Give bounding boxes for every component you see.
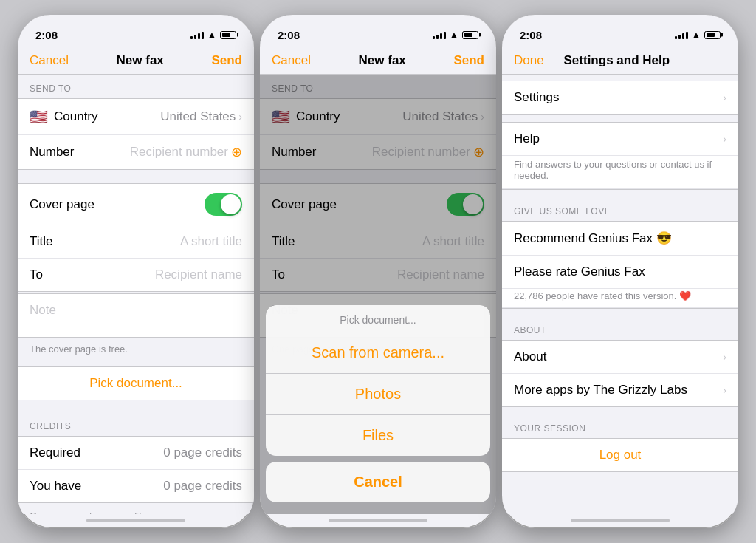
- cancel-button-1[interactable]: Cancel: [30, 53, 69, 68]
- note-area-1[interactable]: Note: [18, 293, 254, 338]
- pick-document-btn-1[interactable]: Pick document...: [18, 366, 254, 400]
- status-time-2: 2:08: [278, 29, 300, 41]
- help-item[interactable]: Help ›: [502, 123, 738, 156]
- help-group: Help › Find answers to your questions or…: [502, 122, 738, 190]
- cover-page-toggle-1[interactable]: [205, 193, 242, 216]
- help-sub: Find answers to your questions or contac…: [502, 156, 738, 189]
- log-out-btn[interactable]: Log out: [502, 438, 738, 472]
- cover-page-label-1: Cover page: [30, 197, 205, 212]
- title-row-1[interactable]: Title A short title: [18, 225, 254, 259]
- to-label-1: To: [30, 267, 155, 282]
- battery-1: [220, 31, 236, 39]
- spacer-1: [18, 171, 254, 183]
- action-sheet-title: Pick document...: [266, 305, 490, 332]
- nav-bar-2: Cancel New fax Send: [260, 47, 496, 75]
- screen-content-1: SEND TO 🇺🇸 Country United States › Numbe…: [18, 75, 254, 514]
- action-sheet-overlay: Pick document... Scan from camera... Pho…: [260, 75, 496, 514]
- country-row-1[interactable]: 🇺🇸 Country United States ›: [18, 99, 254, 135]
- chevron-about: ›: [723, 351, 726, 363]
- action-sheet-cancel-group: Cancel: [266, 462, 490, 502]
- nav-title-1: New fax: [117, 53, 164, 68]
- love-group: Recommend Genius Fax 😎 Please rate Geniu…: [502, 221, 738, 309]
- cover-page-group-1: Cover page Title A short title To Recipi…: [18, 183, 254, 292]
- phone-1: 2:08 ▲ Cancel New fax Send SEND TO 🇺: [18, 15, 254, 528]
- pick-document-text-1: Pick document...: [89, 376, 182, 391]
- phone-3: 2:08 ▲ Done Settings and Help Setti: [502, 15, 738, 528]
- send-to-group-1: 🇺🇸 Country United States › Number Recipi…: [18, 98, 254, 170]
- required-value-1: 0 page credits: [163, 445, 242, 460]
- to-placeholder-1: Recipient name: [155, 267, 242, 282]
- cancel-button-2[interactable]: Cancel: [272, 53, 311, 68]
- credits-group-1: Required 0 page credits You have 0 page …: [18, 436, 254, 503]
- battery-2: [462, 31, 478, 39]
- title-placeholder-1: A short title: [180, 234, 242, 249]
- status-time-1: 2:08: [35, 29, 58, 41]
- required-label-1: Required: [30, 445, 163, 460]
- chevron-settings: ›: [723, 92, 726, 103]
- rate-sub: 22,786 people have rated this version. ❤…: [502, 289, 738, 308]
- country-label-1: Country: [54, 109, 160, 124]
- required-row-1: Required 0 page credits: [18, 437, 254, 470]
- nav-bar-3: Done Settings and Help: [502, 47, 738, 75]
- action-sheet-scan[interactable]: Scan from camera...: [266, 332, 490, 374]
- about-label: About: [514, 349, 546, 364]
- screen-content-3: Settings › Help › Find answers to your q…: [502, 75, 738, 514]
- your-session-label: YOUR SESSION: [502, 409, 738, 438]
- nav-title-3: Settings and Help: [564, 53, 670, 68]
- credits-note-1: One page costs one credit.: [18, 505, 254, 514]
- more-apps-item[interactable]: More apps by The Grizzly Labs ›: [502, 374, 738, 406]
- help-label: Help: [514, 132, 540, 146]
- more-apps-label: More apps by The Grizzly Labs: [514, 383, 687, 397]
- recommend-item[interactable]: Recommend Genius Fax 😎: [502, 222, 738, 256]
- nav-bar-1: Cancel New fax Send: [18, 47, 254, 75]
- to-row-1[interactable]: To Recipient name: [18, 259, 254, 291]
- rate-label: Please rate Genius Fax: [514, 264, 645, 279]
- country-value-1: United States ›: [160, 109, 242, 124]
- home-indicator-2: [329, 519, 427, 522]
- cover-page-row-1[interactable]: Cover page: [18, 184, 254, 225]
- chevron-more-apps: ›: [723, 384, 726, 396]
- send-button-2[interactable]: Send: [453, 53, 484, 68]
- title-label-1: Title: [30, 234, 180, 249]
- home-indicator-3: [571, 519, 670, 522]
- status-bar-1: 2:08 ▲: [18, 15, 254, 47]
- settings-label: Settings: [514, 90, 559, 105]
- status-time-3: 2:08: [520, 29, 542, 41]
- number-row-1[interactable]: Number Recipient number ⊕: [18, 135, 254, 169]
- note-placeholder-1: Note: [30, 303, 56, 317]
- send-button-1[interactable]: Send: [211, 53, 242, 68]
- you-have-row-1: You have 0 page credits: [18, 470, 254, 502]
- done-button-3[interactable]: Done: [514, 53, 544, 68]
- action-sheet-photos[interactable]: Photos: [266, 374, 490, 415]
- status-icons-2: ▲: [433, 30, 478, 40]
- bar4: [202, 32, 204, 39]
- cover-page-note-1: The cover page is free.: [18, 338, 254, 361]
- signal-bars-3: [675, 30, 688, 39]
- person-icon-1: ⊕: [231, 144, 242, 160]
- settings-group: Settings ›: [502, 81, 738, 115]
- wifi-icon-3: ▲: [692, 30, 701, 40]
- settings-item[interactable]: Settings ›: [502, 81, 738, 114]
- you-have-value-1: 0 page credits: [163, 479, 242, 494]
- action-sheet-files[interactable]: Files: [266, 415, 490, 456]
- flag-icon-1: 🇺🇸: [30, 108, 48, 126]
- action-sheet-cancel-btn[interactable]: Cancel: [266, 462, 490, 502]
- give-love-label: GIVE US SOME LOVE: [502, 191, 738, 221]
- chevron-icon-1: ›: [238, 111, 242, 123]
- number-value-1: Recipient number ⊕: [130, 144, 242, 160]
- action-sheet: Pick document... Scan from camera... Pho…: [266, 305, 490, 502]
- signal-bars-2: [433, 30, 446, 39]
- phone-2: 2:08 ▲ Cancel New fax Send SEND TO 🇺: [260, 15, 496, 528]
- number-label-1: Number: [30, 145, 130, 160]
- screen-content-2: SEND TO 🇺🇸 Country United States › Numbe…: [260, 75, 496, 514]
- send-to-header-1: SEND TO: [18, 75, 254, 98]
- rate-item[interactable]: Please rate Genius Fax: [502, 256, 738, 289]
- about-item[interactable]: About ›: [502, 341, 738, 374]
- signal-bars-1: [190, 30, 204, 39]
- recommend-label: Recommend Genius Fax 😎: [514, 230, 672, 246]
- nav-title-2: New fax: [359, 53, 406, 68]
- about-section-label: ABOUT: [502, 310, 738, 340]
- toggle-knob-1: [221, 194, 241, 214]
- wifi-icon-1: ▲: [207, 30, 216, 40]
- bar3: [198, 33, 200, 39]
